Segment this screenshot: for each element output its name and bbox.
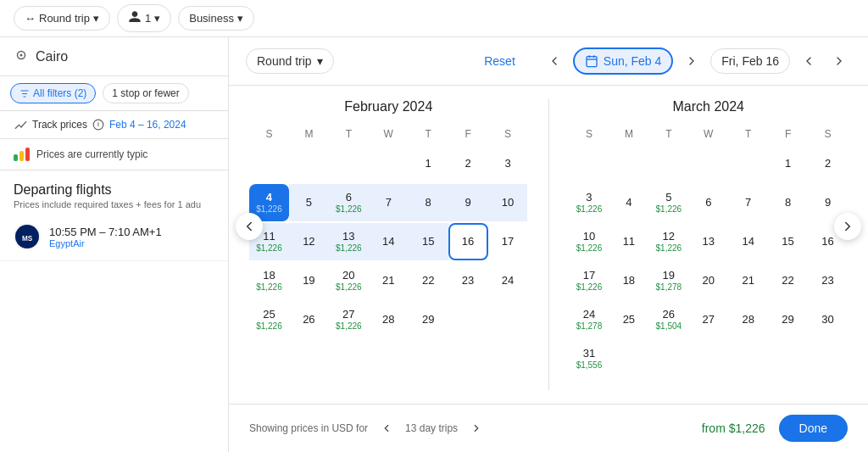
feb-3[interactable]: 3 (488, 145, 528, 182)
mar-5[interactable]: 5 $1,226 (648, 184, 688, 221)
mar-dow-w: W (688, 125, 728, 143)
feb-24[interactable]: 24 (488, 262, 528, 299)
airline-logo: MS (14, 223, 41, 250)
feb-5[interactable]: 5 (289, 184, 329, 221)
price-bar-chart (14, 148, 30, 161)
mar-dow-sa: S (808, 125, 848, 143)
feb-6[interactable]: 6 $1,226 (329, 184, 369, 221)
price-bar-high (25, 148, 30, 161)
feb-12[interactable]: 12 (289, 223, 329, 260)
mar-4[interactable]: 4 (609, 184, 648, 221)
mar-12[interactable]: 12 $1,226 (648, 223, 688, 260)
svg-text:i: i (97, 121, 99, 127)
price-status-bar: Prices are currently typic (0, 139, 228, 170)
filters-row: All filters (2) 1 stop or fewer (0, 76, 228, 111)
done-button[interactable]: Done (779, 415, 848, 442)
mar-26[interactable]: 26 $1,504 (648, 301, 688, 338)
mar-30[interactable]: 30 (808, 301, 848, 338)
price-bar-low (14, 154, 18, 161)
end-date-button[interactable]: Fri, Feb 16 (710, 48, 790, 74)
mar-23[interactable]: 23 (808, 262, 848, 299)
feb-8[interactable]: 8 (409, 184, 448, 221)
calendar-divider (548, 99, 549, 390)
mar-6[interactable]: 6 (688, 184, 728, 221)
mar-20[interactable]: 20 (688, 262, 728, 299)
mar-27[interactable]: 27 (688, 301, 728, 338)
feb-7[interactable]: 7 (369, 184, 409, 221)
calendar-left-arrow[interactable] (236, 213, 263, 240)
mar-10[interactable]: 10 $1,226 (570, 223, 609, 260)
feb-22[interactable]: 22 (409, 262, 448, 299)
reset-button[interactable]: Reset (484, 54, 515, 68)
feb-9[interactable]: 9 (448, 184, 488, 221)
mar-empty-1 (570, 145, 609, 182)
feb-28[interactable]: 28 (369, 301, 409, 338)
mar-25[interactable]: 25 (609, 301, 648, 338)
feb-26[interactable]: 26 (289, 301, 329, 338)
trip-duration-next[interactable] (465, 416, 488, 440)
round-trip-icon: ↔ (25, 12, 36, 25)
mar-14[interactable]: 14 (728, 223, 768, 260)
trip-duration-prev[interactable] (375, 416, 398, 440)
end-date-next-button[interactable] (827, 49, 851, 73)
trip-duration-label: 13 day trips (405, 422, 458, 434)
departing-header: Departing flights Prices include require… (0, 170, 228, 213)
mar-empty-e4 (728, 340, 768, 377)
feb-13[interactable]: 13 $1,226 (329, 223, 369, 260)
mar-11[interactable]: 11 (609, 223, 648, 260)
price-status-text: Prices are currently typic (36, 148, 147, 160)
mar-29[interactable]: 29 (768, 301, 808, 338)
start-date-next-button[interactable] (680, 49, 704, 73)
mar-2[interactable]: 2 (808, 145, 848, 182)
feb-20[interactable]: 20 $1,226 (329, 262, 369, 299)
mar-24[interactable]: 24 $1,278 (570, 301, 609, 338)
mar-1[interactable]: 1 (768, 145, 808, 182)
mar-22[interactable]: 22 (768, 262, 808, 299)
search-input[interactable] (36, 49, 214, 64)
feb-18[interactable]: 18 $1,226 (249, 262, 289, 299)
mar-21[interactable]: 21 (728, 262, 768, 299)
passenger-icon (128, 10, 142, 26)
feb-21[interactable]: 21 (369, 262, 409, 299)
mar-19[interactable]: 19 $1,278 (648, 262, 688, 299)
mar-17[interactable]: 17 $1,226 (570, 262, 609, 299)
class-type-button[interactable]: Business ▾ (178, 6, 254, 31)
feb-2[interactable]: 2 (448, 145, 488, 182)
flight-item[interactable]: MS 10:55 PM – 7:10 AM+1 EgyptAir (0, 213, 228, 261)
mar-28[interactable]: 28 (728, 301, 768, 338)
feb-10[interactable]: 10 (488, 184, 528, 221)
mar-31[interactable]: 31 $1,556 (570, 340, 609, 377)
all-filters-button[interactable]: All filters (2) (10, 83, 96, 103)
mar-8[interactable]: 8 (768, 184, 808, 221)
feb-29[interactable]: 29 (409, 301, 448, 338)
feb-16[interactable]: 16 (448, 223, 488, 260)
feb-27[interactable]: 27 $1,226 (329, 301, 369, 338)
start-date-button[interactable]: Sun, Feb 4 (573, 47, 674, 75)
mar-3[interactable]: 3 $1,226 (570, 184, 609, 221)
end-date-prev-button[interactable] (797, 49, 821, 73)
airline-name: EgyptAir (49, 238, 162, 248)
feb-15[interactable]: 15 (409, 223, 448, 260)
class-type-label: Business (189, 12, 234, 25)
dow-th1: T (409, 125, 448, 143)
mar-7[interactable]: 7 (728, 184, 768, 221)
feb-17[interactable]: 17 (488, 223, 528, 260)
start-date-label: Sun, Feb 4 (604, 54, 662, 68)
calendar-trip-type-button[interactable]: Round trip ▾ (246, 48, 334, 74)
feb-19[interactable]: 19 (289, 262, 329, 299)
mar-13[interactable]: 13 (688, 223, 728, 260)
mar-15[interactable]: 15 (768, 223, 808, 260)
feb-1[interactable]: 1 (409, 145, 448, 182)
mar-empty-e2 (648, 340, 688, 377)
passengers-button[interactable]: 1 ▾ (117, 4, 171, 32)
feb-25[interactable]: 25 $1,226 (249, 301, 289, 338)
mar-18[interactable]: 18 (609, 262, 648, 299)
mar-empty-e3 (688, 340, 728, 377)
stop-filter-button[interactable]: 1 stop or fewer (103, 83, 188, 103)
calendar-right-arrow[interactable] (834, 213, 861, 240)
feb-14[interactable]: 14 (369, 223, 409, 260)
trip-type-button[interactable]: ↔ Round trip ▾ (14, 6, 110, 31)
feb-23[interactable]: 23 (448, 262, 488, 299)
location-icon (14, 47, 29, 65)
start-date-prev-button[interactable] (542, 49, 566, 73)
